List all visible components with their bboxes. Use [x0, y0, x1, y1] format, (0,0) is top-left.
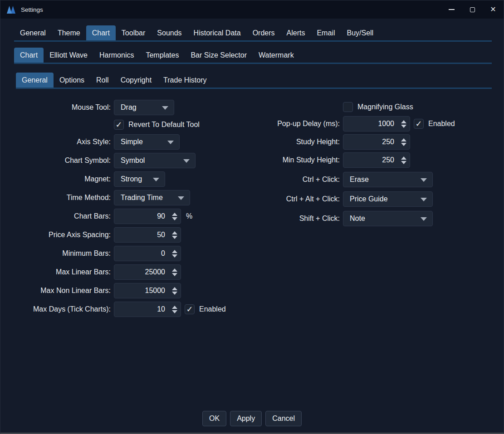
max-non-linear-bars-label: Max Non Linear Bars: — [0, 287, 111, 295]
minimum-bars-input[interactable] — [114, 246, 181, 261]
price-axis-spacing-row: Price Axis Spacing: — [0, 227, 226, 243]
titlebar: Settings ✕ — [0, 0, 504, 19]
chevron-down-icon — [178, 196, 184, 200]
spinner-arrows[interactable] — [401, 117, 406, 131]
max-linear-bars-input[interactable] — [114, 265, 181, 279]
spinner-down-icon — [172, 310, 177, 313]
tab-chart[interactable]: Chart — [86, 25, 116, 40]
popup-delay-enabled-checkbox[interactable]: ✓ — [414, 119, 424, 129]
study-height-row: Study Height: — [227, 134, 455, 150]
footer-buttons: OK Apply Cancel — [0, 411, 504, 426]
spinner-down-icon — [401, 125, 406, 128]
revert-label: Revert To Default Tool — [128, 121, 200, 129]
magnifying-glass-checkbox[interactable] — [343, 102, 353, 112]
study-height-spinner — [343, 134, 410, 150]
subtab-watermark[interactable]: Watermark — [253, 48, 300, 63]
subtab-harmonics[interactable]: Harmonics — [93, 48, 140, 63]
close-button[interactable]: ✕ — [483, 0, 504, 19]
time-method-dropdown[interactable]: Trading Time — [114, 190, 190, 205]
mouse-tool-label: Mouse Tool: — [0, 103, 111, 112]
tab-theme[interactable]: Theme — [52, 25, 86, 40]
form-right-column: Magnifying Glass Pop-up Delay (ms): ✓ En… — [227, 101, 455, 226]
innertab-copyright[interactable]: Copyright — [115, 73, 157, 88]
max-days-tick-spinner — [114, 302, 181, 317]
tab-buy-sell[interactable]: Buy/Sell — [341, 25, 379, 40]
subtab-templates[interactable]: Templates — [140, 48, 185, 63]
maximize-button[interactable] — [462, 0, 483, 19]
spinner-up-icon — [401, 138, 406, 141]
innertab-options[interactable]: Options — [54, 73, 90, 88]
chevron-down-icon — [153, 178, 159, 181]
spinner-up-icon — [401, 120, 406, 123]
popup-delay-row: Pop-up Delay (ms): ✓ Enabled — [227, 116, 455, 132]
spinner-arrows[interactable] — [172, 283, 177, 298]
chevron-down-icon — [162, 106, 168, 110]
study-height-label: Study Height: — [227, 138, 340, 146]
settings-window: Settings ✕ General Theme Chart Toolbar S… — [0, 0, 504, 434]
max-non-linear-bars-row: Max Non Linear Bars: — [0, 283, 226, 298]
spinner-arrows[interactable] — [401, 153, 406, 167]
shift-click-label: Shift + Click: — [227, 215, 340, 223]
spinner-down-icon — [172, 273, 177, 276]
ok-button[interactable]: OK — [202, 411, 226, 426]
max-days-tick-row: Max Days (Tick Charts): ✓ Enabled — [0, 302, 226, 317]
min-study-height-label: Min Study Height: — [227, 156, 340, 164]
spinner-up-icon — [172, 306, 177, 309]
chevron-down-icon — [167, 141, 174, 144]
cancel-button[interactable]: Cancel — [265, 411, 302, 426]
min-study-height-input[interactable] — [343, 153, 410, 167]
innertab-general[interactable]: General — [16, 73, 54, 88]
apply-button[interactable]: Apply — [230, 411, 262, 426]
max-days-tick-input[interactable] — [114, 302, 181, 317]
close-icon: ✕ — [490, 6, 496, 13]
check-icon: ✓ — [415, 120, 422, 128]
chart-bars-spinner — [114, 209, 181, 224]
tab-historical-data[interactable]: Historical Data — [188, 25, 247, 40]
spinner-up-icon — [172, 287, 177, 290]
tab-orders[interactable]: Orders — [247, 25, 281, 40]
max-linear-bars-row: Max Linear Bars: — [0, 264, 226, 280]
max-days-enabled-checkbox[interactable]: ✓ — [185, 304, 195, 314]
price-axis-spacing-input[interactable] — [114, 228, 181, 242]
tab-alerts[interactable]: Alerts — [281, 25, 311, 40]
ctrl-alt-click-dropdown[interactable]: Price Guide — [343, 191, 433, 207]
shift-click-dropdown[interactable]: Note — [343, 211, 433, 226]
tab-email[interactable]: Email — [311, 25, 341, 40]
chart-symbol-row: Chart Symbol: Symbol — [0, 153, 226, 168]
tab-general[interactable]: General — [14, 25, 52, 40]
tab-sounds[interactable]: Sounds — [151, 25, 187, 40]
tab-toolbar[interactable]: Toolbar — [116, 25, 151, 40]
main-tab-row: General Theme Chart Toolbar Sounds Histo… — [14, 25, 492, 42]
spinner-arrows[interactable] — [172, 209, 177, 224]
spinner-arrows[interactable] — [172, 265, 177, 279]
subtab-elliott-wave[interactable]: Elliott Wave — [44, 48, 93, 63]
ctrl-click-label: Ctrl + Click: — [227, 176, 340, 184]
subtab-bar-size-selector[interactable]: Bar Size Selector — [185, 48, 253, 63]
shift-click-value: Note — [350, 215, 365, 223]
magnifying-glass-label: Magnifying Glass — [357, 103, 413, 111]
minimum-bars-row: Minimum Bars: — [0, 246, 226, 261]
spinner-arrows[interactable] — [172, 302, 177, 317]
window-controls: ✕ — [441, 0, 504, 19]
chart-bars-input[interactable] — [114, 209, 181, 224]
subtab-chart[interactable]: Chart — [14, 48, 44, 63]
popup-delay-input[interactable] — [343, 117, 410, 131]
magnet-dropdown[interactable]: Strong — [114, 171, 165, 187]
axis-style-label: Axis Style: — [0, 138, 111, 146]
axis-style-dropdown[interactable]: Simple — [114, 134, 180, 150]
chart-symbol-dropdown[interactable]: Symbol — [114, 153, 196, 168]
mouse-tool-dropdown[interactable]: Drag — [114, 100, 174, 115]
spinner-arrows[interactable] — [172, 246, 177, 261]
revert-checkbox[interactable]: ✓ — [114, 120, 124, 130]
study-height-input[interactable] — [343, 135, 410, 149]
revert-row: ✓ Revert To Default Tool — [0, 118, 226, 131]
ctrl-click-dropdown[interactable]: Erase — [343, 172, 433, 187]
innertab-roll[interactable]: Roll — [90, 73, 115, 88]
max-non-linear-bars-input[interactable] — [114, 283, 181, 298]
spinner-arrows[interactable] — [172, 228, 177, 242]
max-linear-bars-label: Max Linear Bars: — [0, 268, 111, 276]
innertab-trade-history[interactable]: Trade History — [157, 73, 212, 88]
spinner-arrows[interactable] — [401, 135, 406, 149]
axis-style-row: Axis Style: Simple — [0, 134, 226, 150]
minimize-button[interactable] — [441, 0, 462, 19]
